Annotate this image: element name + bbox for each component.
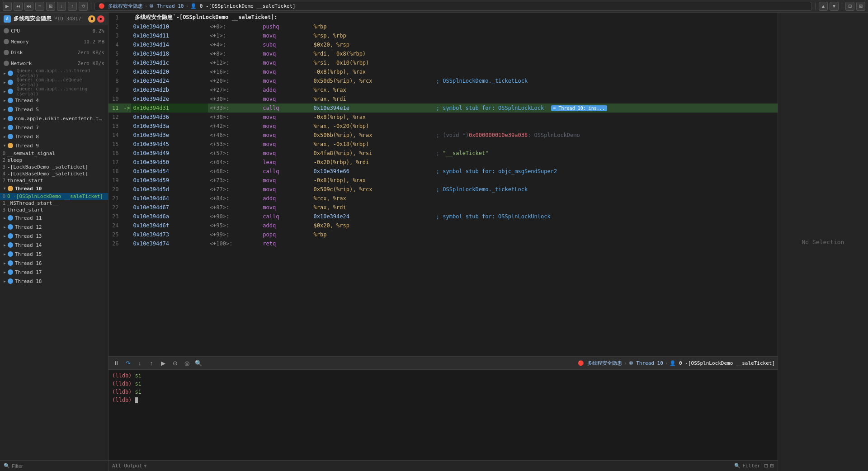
asm-ar-11: -> bbox=[122, 104, 131, 113]
thread-10[interactable]: ▶ Thread 10 bbox=[0, 184, 108, 193]
thread-5-triangle: ▶ bbox=[4, 108, 6, 112]
debug-step-over-btn[interactable]: ↷ bbox=[123, 358, 133, 368]
toolbar-btn-nav-2[interactable]: ▼ bbox=[830, 2, 839, 11]
thread-12[interactable]: ▶ Thread 12 bbox=[0, 222, 108, 231]
asm-cm-5 bbox=[433, 49, 778, 58]
thread-8[interactable]: ▶ Thread 8 bbox=[0, 132, 108, 141]
thread-14-triangle: ▶ bbox=[4, 243, 6, 247]
console-expand-btn[interactable]: ⊞ bbox=[770, 463, 774, 469]
asm-cm-7 bbox=[433, 67, 778, 76]
asm-mn-4: subq bbox=[259, 40, 311, 49]
thread-17[interactable]: ▶ Thread 17 bbox=[0, 268, 108, 277]
thread-16[interactable]: ▶ Thread 16 bbox=[0, 259, 108, 268]
asm-op-18: 0x10e394e66 bbox=[312, 167, 433, 176]
debug-inspect-btn[interactable]: 🔍 bbox=[193, 358, 203, 368]
debug-watchpoint-btn[interactable]: ◎ bbox=[182, 358, 192, 368]
thread-3[interactable]: ▶ Thread 3 Queue: com.appl...incoming (s… bbox=[0, 87, 108, 96]
sidebar-filter-input[interactable] bbox=[12, 463, 104, 469]
breadcrumb-part-2[interactable]: ⑩ Thread 10 bbox=[149, 3, 184, 9]
breadcrumb-part-1[interactable]: 🔴 多线程安全隐患 bbox=[99, 3, 143, 9]
thread-10-frame-0[interactable]: 0 0 -[OSSplnLockDemo __saleTicket] bbox=[0, 193, 108, 200]
toolbar-btn-split[interactable]: ⊡ bbox=[845, 2, 854, 11]
toolbar-btn-nav-1[interactable]: ▲ bbox=[819, 2, 828, 11]
debug-step-in-btn[interactable]: ↓ bbox=[135, 358, 145, 368]
asm-cm-10 bbox=[433, 94, 778, 104]
thread-10-frame-3[interactable]: 3 thread_start bbox=[0, 207, 108, 213]
thread-7[interactable]: ▶ Thread 7 bbox=[0, 123, 108, 132]
thread-9-frame-2[interactable]: 2 sleep bbox=[0, 157, 108, 164]
toolbar-btn-4[interactable]: ≡ bbox=[35, 2, 44, 11]
asm-off-17: <+64>: bbox=[208, 158, 259, 167]
frame-3-num: 3 bbox=[0, 164, 7, 170]
top-toolbar: ▶ ⏮ ⏭ ≡ ⊞ ↓ ↑ ⟲ 🔴 多线程安全隐患 › ⑩ Thread 10 … bbox=[0, 0, 868, 13]
asm-mn-25: popq bbox=[259, 230, 311, 239]
thread-2-triangle: ▶ bbox=[4, 80, 6, 85]
thread-18-label: Thread 18 bbox=[15, 278, 104, 284]
asm-addr-24: 0x10e394d6f bbox=[131, 221, 208, 230]
asm-op-14: 0x506b(%rip), %rax bbox=[312, 131, 433, 140]
asm-cm-12 bbox=[433, 113, 778, 122]
debug-breakpoint-btn[interactable]: ⊙ bbox=[170, 358, 180, 368]
thread-9-frame-4[interactable]: 4 -[LockBaseDemo _saleTicket] bbox=[0, 170, 108, 177]
thread-17-label: Thread 17 bbox=[15, 269, 104, 275]
toolbar-btn-split-2[interactable]: ⊞ bbox=[856, 2, 865, 11]
asm-addr-15: 0x10e394d45 bbox=[131, 140, 208, 149]
thread-4[interactable]: ▶ Thread 4 bbox=[0, 96, 108, 105]
thread-5-icon bbox=[8, 107, 13, 112]
thread-9-frame-0[interactable]: 0 __semwait_signal bbox=[0, 150, 108, 157]
debug-step-out-btn[interactable]: ↑ bbox=[146, 358, 156, 368]
asm-op-3: %rsp, %rbp bbox=[312, 31, 433, 40]
asm-cm-13 bbox=[433, 122, 778, 131]
thread-5[interactable]: ▶ Thread 5 bbox=[0, 105, 108, 114]
debug-pause-btn[interactable]: ⏸ bbox=[111, 358, 121, 368]
asm-addr-14: 0x10e394d3e bbox=[131, 131, 208, 140]
thread-18[interactable]: ▶ Thread 18 bbox=[0, 277, 108, 286]
asm-ar-6 bbox=[122, 58, 131, 67]
thread-11-icon bbox=[8, 215, 13, 221]
asm-op-6: %rsi, -0x10(%rbp) bbox=[312, 58, 433, 67]
asm-cm-6 bbox=[433, 58, 778, 67]
thread-6[interactable]: ▶ com.apple.uikit.eventfetch-thread (6) bbox=[0, 114, 108, 123]
asm-mn-3: movq bbox=[259, 31, 311, 40]
toolbar-btn-8[interactable]: ⟲ bbox=[79, 2, 88, 11]
thread-1[interactable]: ▶ Thread 1 Queue: com.appl...in-thread (… bbox=[0, 69, 108, 78]
console-split-btn[interactable]: ⊡ bbox=[764, 463, 768, 469]
thread-10-frame-1[interactable]: 1 _NSThread_start__ bbox=[0, 200, 108, 207]
frame-2-name: sleep bbox=[7, 157, 108, 163]
toolbar-btn-6[interactable]: ↓ bbox=[57, 2, 66, 11]
thread-14[interactable]: ▶ Thread 14 bbox=[0, 240, 108, 250]
asm-ln-24: 24 bbox=[108, 221, 122, 230]
thread-15[interactable]: ▶ Thread 15 bbox=[0, 250, 108, 259]
asm-line-1: 1 bbox=[108, 13, 122, 22]
thread-13[interactable]: ▶ Thread 13 bbox=[0, 231, 108, 240]
breadcrumb-part-3[interactable]: 👤 0 -[OSSplnLockDemo __saleTicket] bbox=[190, 3, 296, 9]
toolbar-btn-7[interactable]: ↑ bbox=[68, 2, 77, 11]
stop-button[interactable]: ■ bbox=[97, 15, 104, 23]
asm-ln-6: 6 bbox=[108, 58, 122, 67]
toolbar-btn-3[interactable]: ⏭ bbox=[24, 2, 33, 11]
toolbar-btn-2[interactable]: ⏮ bbox=[14, 2, 23, 11]
asm-cm-26 bbox=[433, 239, 778, 248]
asm-addr-4: 0x10e394d14 bbox=[131, 40, 208, 49]
thread-9-frame-3[interactable]: 3 -[LockBaseDemo _saleTicket] bbox=[0, 164, 108, 170]
no-selection-label: No Selection bbox=[802, 239, 844, 245]
frame-7-num: 7 bbox=[0, 178, 7, 184]
asm-ar-13 bbox=[122, 122, 131, 131]
pause-button[interactable]: ⏸ bbox=[88, 15, 95, 23]
console-filter-icon: 🔍 bbox=[734, 463, 741, 469]
console-dropdown-icon[interactable]: ▼ bbox=[144, 463, 146, 468]
thread-11[interactable]: ▶ Thread 11 bbox=[0, 213, 108, 222]
toolbar-btn-1[interactable]: ▶ bbox=[3, 2, 12, 11]
asm-row-18: 18 0x10e394d54 <+68>: callq 0x10e394e66 … bbox=[108, 167, 778, 176]
asm-off-18: <+68>: bbox=[208, 167, 259, 176]
asm-mn-17: leaq bbox=[259, 158, 311, 167]
thread-9-frame-7[interactable]: 7 thread_start bbox=[0, 177, 108, 184]
asm-off-6: <+12>: bbox=[208, 58, 259, 67]
debug-continue-btn[interactable]: ▶ bbox=[158, 358, 168, 368]
thread-2[interactable]: ▶ Thread 2 Queue: com.app...ceQueue (ser… bbox=[0, 78, 108, 87]
thread-6-icon bbox=[8, 116, 13, 121]
frame-3-name: -[LockBaseDemo _saleTicket] bbox=[7, 164, 108, 170]
thread-9[interactable]: ▶ Thread 9 bbox=[0, 141, 108, 150]
toolbar-btn-5[interactable]: ⊞ bbox=[46, 2, 55, 11]
disk-icon bbox=[4, 50, 9, 55]
